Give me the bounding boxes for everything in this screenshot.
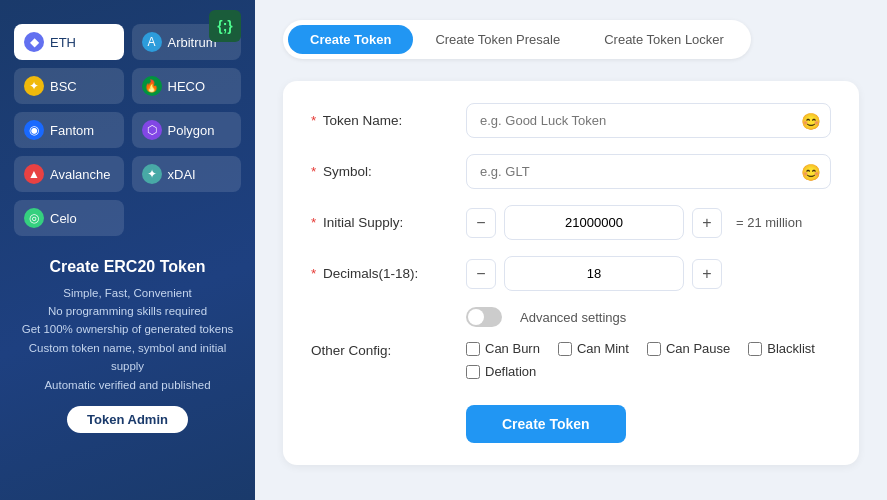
heco-icon: 🔥 xyxy=(142,76,162,96)
initial-supply-hint: = 21 million xyxy=(736,215,802,230)
eth-icon: ◆ xyxy=(24,32,44,52)
checkbox-deflation[interactable]: Deflation xyxy=(466,364,536,379)
symbol-input[interactable] xyxy=(466,154,831,189)
checkbox-can-pause[interactable]: Can Pause xyxy=(647,341,730,356)
symbol-label: * Symbol: xyxy=(311,164,466,179)
network-label-xdai: xDAI xyxy=(168,167,196,182)
decimals-decrement[interactable]: − xyxy=(466,259,496,289)
decimals-label: * Decimals(1-18): xyxy=(311,266,466,281)
network-label-fantom: Fantom xyxy=(50,123,94,138)
initial-supply-label: * Initial Supply: xyxy=(311,215,466,230)
network-btn-heco[interactable]: 🔥 HECO xyxy=(132,68,242,104)
decimals-input[interactable] xyxy=(504,256,684,291)
can-pause-checkbox[interactable] xyxy=(647,342,661,356)
can-burn-checkbox[interactable] xyxy=(466,342,480,356)
can-burn-label: Can Burn xyxy=(485,341,540,356)
sidebar-info-title: Create ERC20 Token xyxy=(14,254,241,280)
tab-create-token-presale[interactable]: Create Token Presale xyxy=(413,25,582,54)
symbol-row: * Symbol: 😊 xyxy=(311,154,831,189)
advanced-toggle-label[interactable] xyxy=(466,307,502,327)
network-btn-avalanche[interactable]: ▲ Avalanche xyxy=(14,156,124,192)
symbol-emoji-btn[interactable]: 😊 xyxy=(801,162,821,181)
initial-supply-decrement[interactable]: − xyxy=(466,208,496,238)
network-label-heco: HECO xyxy=(168,79,206,94)
sidebar: {;} ◆ ETH A Arbitrum ✦ BSC 🔥 HECO ◉ Fant… xyxy=(0,0,255,500)
token-name-input-wrap: 😊 xyxy=(466,103,831,138)
sidebar-info-line-3: Get 100% ownership of generated tokens xyxy=(14,320,241,338)
avax-icon: ▲ xyxy=(24,164,44,184)
logo-icon: {;} xyxy=(209,10,241,42)
network-label-celo: Celo xyxy=(50,211,77,226)
xdai-icon: ✦ xyxy=(142,164,162,184)
network-label-polygon: Polygon xyxy=(168,123,215,138)
symbol-input-wrap: 😊 xyxy=(466,154,831,189)
deflation-checkbox[interactable] xyxy=(466,365,480,379)
sidebar-info-line-2: No programming skills required xyxy=(14,302,241,320)
form-section: * Token Name: 😊 * Symbol: 😊 * Initia xyxy=(283,81,859,465)
token-name-row: * Token Name: 😊 xyxy=(311,103,831,138)
other-config-label: Other Config: xyxy=(311,341,466,358)
initial-supply-input[interactable] xyxy=(504,205,684,240)
celo-icon: ◎ xyxy=(24,208,44,228)
network-label-bsc: BSC xyxy=(50,79,77,94)
sidebar-info-line-4: Custom token name, symbol and initial su… xyxy=(14,339,241,376)
initial-supply-row: * Initial Supply: − + = 21 million xyxy=(311,205,831,240)
network-btn-eth[interactable]: ◆ ETH xyxy=(14,24,124,60)
can-mint-label: Can Mint xyxy=(577,341,629,356)
deflation-label: Deflation xyxy=(485,364,536,379)
advanced-settings-text: Advanced settings xyxy=(520,310,626,325)
token-name-label: * Token Name: xyxy=(311,113,466,128)
advanced-toggle-wrap xyxy=(466,307,502,327)
create-token-button[interactable]: Create Token xyxy=(466,405,626,443)
sidebar-info-line-5: Automatic verified and published xyxy=(14,376,241,394)
network-btn-xdai[interactable]: ✦ xDAI xyxy=(132,156,242,192)
decimals-controls: − + xyxy=(466,256,722,291)
tab-bar: Create Token Create Token Presale Create… xyxy=(283,20,751,59)
network-btn-polygon[interactable]: ⬡ Polygon xyxy=(132,112,242,148)
sidebar-info: Create ERC20 Token Simple, Fast, Conveni… xyxy=(14,254,241,433)
blacklist-checkbox[interactable] xyxy=(748,342,762,356)
polygon-icon: ⬡ xyxy=(142,120,162,140)
tab-create-token-locker[interactable]: Create Token Locker xyxy=(582,25,746,54)
token-name-emoji-btn[interactable]: 😊 xyxy=(801,111,821,130)
can-pause-label: Can Pause xyxy=(666,341,730,356)
network-btn-celo[interactable]: ◎ Celo xyxy=(14,200,124,236)
checkboxes-wrap: Can Burn Can Mint Can Pause Blacklist xyxy=(466,341,831,379)
network-btn-fantom[interactable]: ◉ Fantom xyxy=(14,112,124,148)
sidebar-info-line-1: Simple, Fast, Convenient xyxy=(14,284,241,302)
fantom-icon: ◉ xyxy=(24,120,44,140)
network-label-eth: ETH xyxy=(50,35,76,50)
initial-supply-increment[interactable]: + xyxy=(692,208,722,238)
can-mint-checkbox[interactable] xyxy=(558,342,572,356)
bsc-icon: ✦ xyxy=(24,76,44,96)
checkbox-can-mint[interactable]: Can Mint xyxy=(558,341,629,356)
checkbox-can-burn[interactable]: Can Burn xyxy=(466,341,540,356)
main-content: Create Token Create Token Presale Create… xyxy=(255,0,887,500)
network-btn-bsc[interactable]: ✦ BSC xyxy=(14,68,124,104)
decimals-row: * Decimals(1-18): − + xyxy=(311,256,831,291)
advanced-settings-row: Advanced settings xyxy=(466,307,831,327)
other-config-row: Other Config: Can Burn Can Mint Can Paus… xyxy=(311,341,831,379)
network-grid: ◆ ETH A Arbitrum ✦ BSC 🔥 HECO ◉ Fantom ⬡… xyxy=(14,24,241,236)
tab-create-token[interactable]: Create Token xyxy=(288,25,413,54)
checkbox-blacklist[interactable]: Blacklist xyxy=(748,341,815,356)
decimals-increment[interactable]: + xyxy=(692,259,722,289)
blacklist-label: Blacklist xyxy=(767,341,815,356)
token-admin-button[interactable]: Token Admin xyxy=(67,406,188,433)
token-name-input[interactable] xyxy=(466,103,831,138)
arb-icon: A xyxy=(142,32,162,52)
network-label-avalanche: Avalanche xyxy=(50,167,110,182)
initial-supply-controls: − + = 21 million xyxy=(466,205,802,240)
